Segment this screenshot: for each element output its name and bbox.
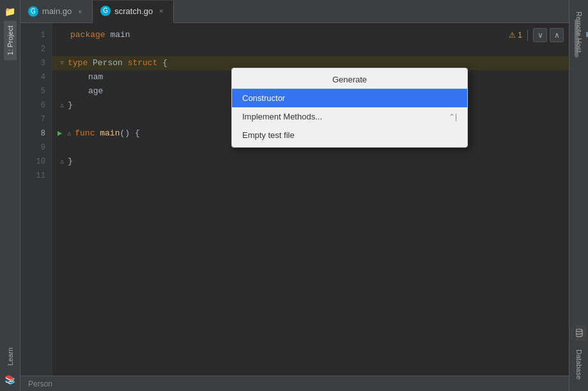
gopher-icon-main: G: [28, 6, 38, 17]
tab-close-main[interactable]: ×: [75, 7, 84, 16]
code-line-1: package main: [52, 28, 569, 42]
status-text: Person: [28, 379, 52, 388]
line-num-3: 3: [20, 56, 52, 70]
editor-content: 1 2 3 4 5 6 7 8 9 10 11 ⚠ 1 ∨ ∧: [20, 23, 569, 376]
line-num-9: 9: [20, 141, 52, 155]
books-icon: 📚: [4, 373, 17, 386]
brace-open: {: [162, 56, 167, 70]
kw-main: main: [110, 28, 130, 42]
svg-point-0: [576, 329, 582, 332]
line-num-1: 1: [20, 28, 52, 42]
menu-item-empty-test-label: Empty test file: [242, 130, 295, 140]
tab-bar: G main.go × G scratch.go ×: [20, 0, 569, 23]
line-num-4: 4: [20, 70, 52, 84]
kw-func: func: [75, 126, 95, 141]
menu-item-implement-methods[interactable]: Implement Methods... ⌃|: [232, 107, 467, 126]
code-area[interactable]: ⚠ 1 ∨ ∧ package main ▽ type Person struc…: [52, 23, 569, 376]
tab-label-main: main.go: [42, 6, 72, 16]
kw-struct: struct: [128, 56, 158, 70]
gopher-icon-scratch: G: [100, 6, 111, 16]
line-num-8: 8: [20, 126, 52, 141]
folder-icon: 📁: [4, 5, 17, 18]
kw-package: package: [70, 28, 105, 42]
menu-header: Generate: [232, 71, 467, 89]
tab-main-go[interactable]: G main.go ×: [20, 0, 93, 22]
line-num-11: 11: [20, 169, 52, 183]
line-num-5: 5: [20, 84, 52, 98]
field-nam: nam: [88, 70, 103, 84]
line-num-7: 7: [20, 112, 52, 126]
kw-type: type: [68, 56, 88, 70]
status-bar: Person: [20, 376, 569, 391]
context-menu: Generate Constructor Implement Methods..…: [231, 68, 468, 148]
fold-icon-10[interactable]: △: [58, 157, 66, 166]
run-icon[interactable]: ▶: [58, 126, 62, 141]
menu-item-empty-test[interactable]: Empty test file: [232, 126, 467, 144]
close-brace-6: }: [68, 98, 73, 112]
close-brace-10: }: [68, 155, 73, 169]
tab-close-scratch[interactable]: ×: [157, 6, 166, 15]
menu-item-implement-label: Implement Methods...: [242, 112, 322, 121]
func-parens: () {: [120, 126, 139, 141]
line-num-10: 10: [20, 155, 52, 169]
sidebar-item-learn[interactable]: Learn: [4, 342, 17, 371]
line-num-2: 2: [20, 42, 52, 56]
menu-shortcut-implement: ⌃|: [449, 112, 457, 121]
code-line-2: [52, 42, 569, 56]
type-person: Person: [93, 56, 123, 70]
code-line-11: [52, 169, 569, 183]
fold-icon-3[interactable]: ▽: [58, 59, 66, 68]
left-sidebar: 📁 1: Project Learn 📚: [0, 0, 20, 391]
sidebar-item-project[interactable]: 1: Project: [4, 20, 17, 60]
fold-icon-8[interactable]: △: [65, 129, 74, 138]
menu-item-constructor-label: Constructor: [242, 93, 285, 103]
code-line-10: △ }: [52, 155, 569, 169]
scrollbar-thumb[interactable]: [575, 19, 578, 57]
right-sidebar: Remote Host Database: [569, 0, 588, 391]
tab-label-scratch: scratch.go: [114, 6, 153, 16]
menu-item-constructor[interactable]: Constructor: [232, 89, 467, 107]
line-numbers: 1 2 3 4 5 6 7 8 9 10 11: [20, 23, 52, 376]
tab-scratch-go[interactable]: G scratch.go ×: [93, 1, 174, 23]
scrollbar-track: [572, 0, 576, 391]
line-num-6: 6: [20, 98, 52, 112]
func-main: main: [100, 126, 120, 141]
fold-icon-6[interactable]: △: [58, 101, 66, 110]
editor-area: G main.go × G scratch.go × 1 2 3 4 5 6 7…: [20, 0, 569, 391]
field-age: age: [88, 84, 103, 98]
